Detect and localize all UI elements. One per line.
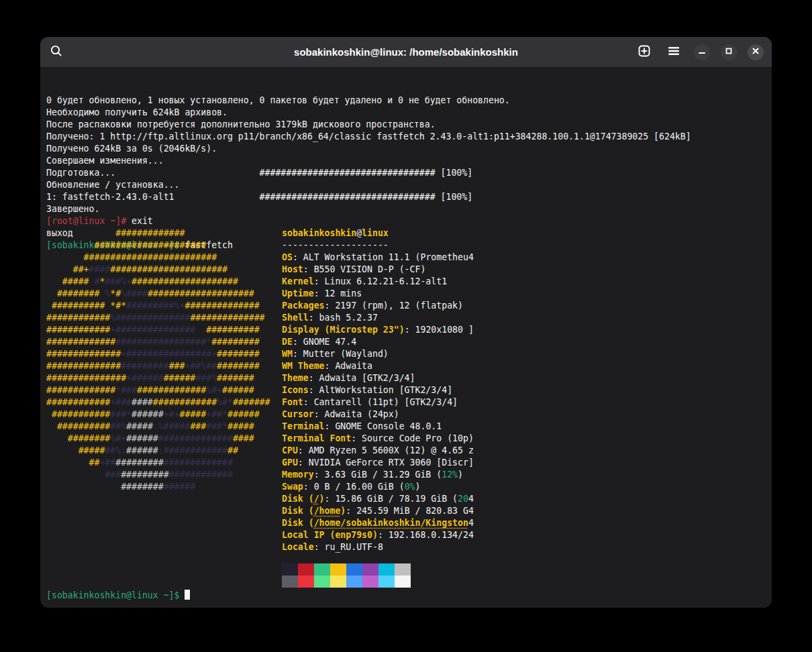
ascii-art-line: ##############: [46, 481, 270, 493]
ascii-art-line: ############%#####:%###########*#####: [46, 421, 270, 433]
palette-swatch: [330, 576, 346, 588]
info-line: Memory: 3.63 GiB / 31.29 GiB (12%): [282, 469, 474, 481]
info-line: DE: GNOME 47.4: [282, 336, 474, 348]
palette-swatch: [314, 563, 330, 576]
maximize-icon: [725, 47, 733, 57]
terminal-line: [root@linux ~]# exit: [46, 215, 772, 227]
fastfetch-info: sobakinkoshkin@linux--------------------…: [282, 227, 474, 553]
info-line: Font: Cantarell (11pt) [GTK2/3/4]: [282, 396, 474, 409]
ascii-art-line: ########################: [46, 469, 270, 481]
info-line: WM Theme: Adwaita: [282, 360, 474, 372]
palette-swatch: [362, 576, 378, 588]
ascii-art-line: ########## *#*#########%+##############: [46, 300, 270, 312]
palette-swatch: [330, 563, 346, 576]
terminal-line: 1: fastfetch-2.43.0-alt1 ###############…: [46, 191, 772, 203]
palette-swatch: [282, 563, 298, 576]
info-line: Locale: ru_RU.UTF-8: [282, 541, 474, 553]
terminal-viewport[interactable]: 0 будет обновлено, 1 новых установлено, …: [40, 68, 772, 607]
hamburger-menu-icon: [667, 45, 680, 59]
titlebar: sobakinkoshkin@linux: /home/sobakinkoshk…: [40, 37, 772, 68]
info-line: Disk (/): 15.86 GiB / 78.19 GiB (204: [282, 493, 474, 505]
close-button[interactable]: [748, 44, 764, 60]
info-line: --------------------: [282, 239, 474, 252]
new-tab-icon: [637, 44, 652, 60]
info-line: Disk (/home): 245.59 MiB / 820.83 G4: [282, 505, 474, 517]
terminal-line: Обновление / установка...: [46, 179, 772, 191]
ascii-art-line: ############%###########################…: [46, 312, 270, 324]
ascii-art-line: ##############################*#########: [46, 336, 270, 348]
terminal-line: Получено 624kB за 0s (2046kB/s).: [46, 143, 772, 155]
info-line: Packages: 2197 (rpm), 12 (flatpak): [282, 300, 474, 312]
palette-swatch: [362, 563, 378, 576]
info-line: OS: ALT Workstation 11.1 (Prometheu4: [282, 252, 474, 264]
info-line: Terminal Font: Source Code Pro (10p): [282, 433, 474, 445]
terminal-line: Получено: 1 http://ftp.altlinux.org p11/…: [46, 131, 772, 143]
info-line: WM: Mutter (Wayland): [282, 348, 474, 360]
palette-swatch: [298, 563, 314, 576]
maximize-button[interactable]: [721, 44, 737, 60]
ascii-art-line: #############*################%#+######: [46, 384, 270, 396]
palette-swatch: [395, 563, 411, 576]
info-line: CPU: AMD Ryzen 5 5600X (12) @ 4.65 z: [282, 445, 474, 457]
info-line: Local IP (enp79s0): 192.168.0.134/24: [282, 529, 474, 541]
ascii-art-line: #######%:######:##############: [46, 445, 270, 457]
ascii-art-line: #############: [46, 227, 270, 239]
info-line: sobakinkoshkin@linux: [282, 227, 474, 239]
minimize-icon: [698, 47, 706, 57]
palette-swatch: [378, 563, 395, 576]
ascii-art-line: ##### #*###%+####################: [46, 276, 270, 288]
ascii-art-line: ##########################+##%##########: [46, 360, 270, 372]
prompt-line: [sobakinkoshkin@linux ~]$: [46, 590, 190, 602]
terminal-line: 0 будет обновлено, 1 новых установлено, …: [46, 95, 772, 107]
menu-button[interactable]: [664, 43, 683, 62]
info-line: Icons: AltWorkstation [GTK2/3/4]: [282, 384, 474, 396]
ascii-art-line: ###############+###############%#######: [46, 372, 270, 384]
terminal-line: Подготовка... ##########################…: [46, 167, 772, 179]
new-tab-button[interactable]: [635, 43, 654, 62]
ascii-art-line: ############+############### ##########: [46, 324, 270, 336]
palette-swatch: [282, 576, 298, 588]
info-line: Host: B550 VISION D-P (-CF): [282, 264, 474, 276]
info-line: Terminal: GNOME Console 48.0.1: [282, 421, 474, 433]
info-line: Swap: 0 B / 16.00 GiB (0%): [282, 481, 474, 493]
palette-swatch: [346, 576, 362, 588]
palette-swatch: [395, 576, 411, 588]
ascii-art-line: ########%#+########################: [46, 433, 270, 445]
ascii-art-line: #########################: [46, 252, 270, 264]
palette-swatch: [298, 576, 314, 588]
info-line: Kernel: Linux 6.12.21-6.12-alt1: [282, 276, 474, 288]
info-line: Theme: Adwaita [GTK2/3/4]: [282, 372, 474, 384]
palette-swatch: [378, 576, 395, 588]
search-button[interactable]: [47, 43, 66, 62]
info-line: Uptime: 12 mins: [282, 288, 474, 300]
ascii-art-line: ##+########################: [46, 457, 270, 469]
minimize-button[interactable]: [694, 44, 710, 60]
terminal-line: После распаковки потребуется дополнитель…: [46, 119, 772, 131]
info-line: Display (Microstep 23"): 1920x1080 ]: [282, 324, 474, 336]
info-line: Shell: bash 5.2.37: [282, 312, 474, 324]
ascii-art-line: #####################: [46, 239, 270, 252]
terminal-line: Завершено.: [46, 203, 772, 215]
color-palette: [282, 563, 411, 588]
close-icon: [752, 47, 760, 57]
console-window: sobakinkoshkin@linux: /home/sobakinkoshk…: [40, 37, 772, 608]
search-icon: [49, 44, 64, 60]
ascii-art-line: ######## %*#%########################: [46, 288, 270, 300]
fastfetch-ascii-logo: ############# ##################### ####…: [46, 227, 270, 493]
palette-swatch: [346, 563, 362, 576]
terminal-line: Необходимо получить 624kB архивов.: [46, 107, 772, 119]
ascii-art-line: ##############*######+#+#####+##*######: [46, 409, 270, 421]
cursor-block: [185, 590, 190, 600]
info-line: GPU: NVIDIA GeForce RTX 3060 [Discr]: [282, 457, 474, 469]
palette-swatch: [314, 576, 330, 588]
ascii-art-line: ##+##########################: [46, 264, 270, 276]
info-line: Cursor: Adwaita (24px): [282, 409, 474, 421]
terminal-line: Совершаем изменения...: [46, 155, 772, 167]
ascii-art-line: ############+###################%#*#####…: [46, 396, 270, 409]
ascii-art-line: ##############+################+########: [46, 348, 270, 360]
info-line: Disk (/home/sobakinkoshkin/Kingston4: [282, 517, 474, 529]
